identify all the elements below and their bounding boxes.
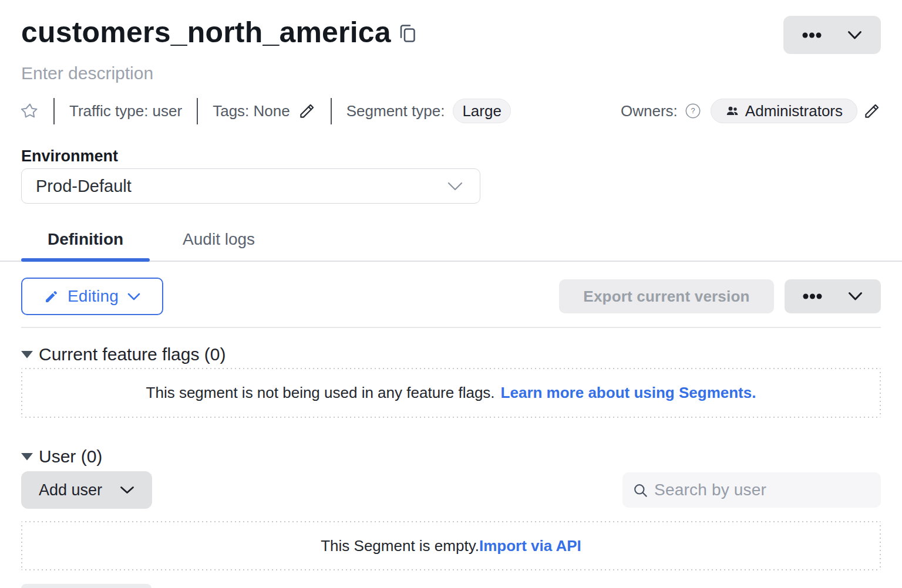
user-section-header: User (0): [21, 446, 881, 467]
svg-text:?: ?: [691, 106, 695, 115]
environment-select[interactable]: Prod-Default: [21, 168, 480, 204]
edit-owners-pencil-icon[interactable]: [863, 102, 881, 120]
user-search[interactable]: [622, 472, 881, 508]
learn-more-link[interactable]: Learn more about using Segments.: [501, 384, 756, 402]
segment-detail-page: customers_north_america Enter descriptio…: [0, 0, 902, 588]
pencil-icon: [44, 289, 59, 304]
user-search-input[interactable]: [654, 481, 871, 499]
traffic-type-label: Traffic type: user: [69, 102, 182, 120]
owners-label: Owners:: [621, 102, 678, 120]
owners-value: Administrators: [745, 102, 843, 120]
add-user-label: Add user: [39, 481, 102, 499]
feature-flags-section-header: Current feature flags (0): [21, 344, 881, 365]
export-version-button[interactable]: Export current version: [559, 279, 774, 313]
user-empty-state: This Segment is empty. Import via API: [21, 521, 881, 570]
environment-value: Prod-Default: [36, 177, 132, 196]
meta-row: Traffic type: user Tags: None Segment ty…: [21, 97, 881, 124]
feature-flags-empty-state: This segment is not being used in any fe…: [21, 368, 881, 418]
tab-bar: Definition Audit logs: [0, 229, 902, 262]
tab-audit-logs[interactable]: Audit logs: [166, 229, 271, 261]
section-divider: [21, 327, 881, 328]
definition-menu-button[interactable]: [785, 279, 881, 313]
user-toolbar: Add user: [21, 471, 881, 509]
segment-type-badge: Large: [453, 99, 511, 123]
ellipsis-icon: [802, 32, 822, 38]
chevron-down-icon: [847, 31, 862, 40]
meta-divider: [53, 98, 55, 124]
import-via-api-link[interactable]: Import via API: [479, 537, 581, 555]
ellipsis-icon: [803, 293, 822, 299]
collapse-triangle-icon[interactable]: [21, 351, 33, 359]
meta-divider: [331, 98, 332, 124]
owners-group: Owners: ? Administrators: [621, 99, 881, 123]
feature-flags-empty-text: This segment is not being used in any fe…: [146, 384, 495, 402]
definition-toolbar: Editing Export current version: [21, 278, 881, 315]
chevron-down-icon: [447, 181, 463, 191]
owners-badge[interactable]: Administrators: [711, 99, 857, 123]
meta-divider: [197, 98, 198, 124]
search-icon: [632, 482, 648, 498]
chevron-down-icon: [848, 292, 863, 301]
chevron-down-icon: [127, 293, 140, 300]
editing-label: Editing: [68, 287, 119, 306]
editing-button[interactable]: Editing: [21, 278, 163, 315]
environment-label: Environment: [21, 147, 881, 165]
cutoff-button[interactable]: [21, 584, 152, 588]
segment-type-label: Segment type:: [346, 102, 445, 120]
help-icon[interactable]: ?: [685, 103, 701, 119]
tab-definition[interactable]: Definition: [21, 229, 150, 261]
page-header: customers_north_america: [21, 15, 881, 54]
add-user-button[interactable]: Add user: [21, 471, 152, 509]
page-menu-button[interactable]: [783, 16, 881, 54]
page-title: customers_north_america: [21, 15, 391, 49]
people-icon: [725, 104, 739, 118]
description-placeholder[interactable]: Enter description: [21, 63, 881, 83]
user-empty-text: This Segment is empty.: [321, 537, 479, 555]
tags-label: Tags: None: [213, 102, 290, 120]
favorite-star-icon[interactable]: [21, 102, 39, 120]
feature-flags-section-title: Current feature flags (0): [39, 344, 226, 365]
copy-icon[interactable]: [399, 25, 415, 42]
edit-tags-pencil-icon[interactable]: [298, 102, 316, 120]
user-section-title: User (0): [39, 446, 102, 467]
chevron-down-icon: [120, 486, 134, 494]
collapse-triangle-icon[interactable]: [21, 453, 33, 461]
